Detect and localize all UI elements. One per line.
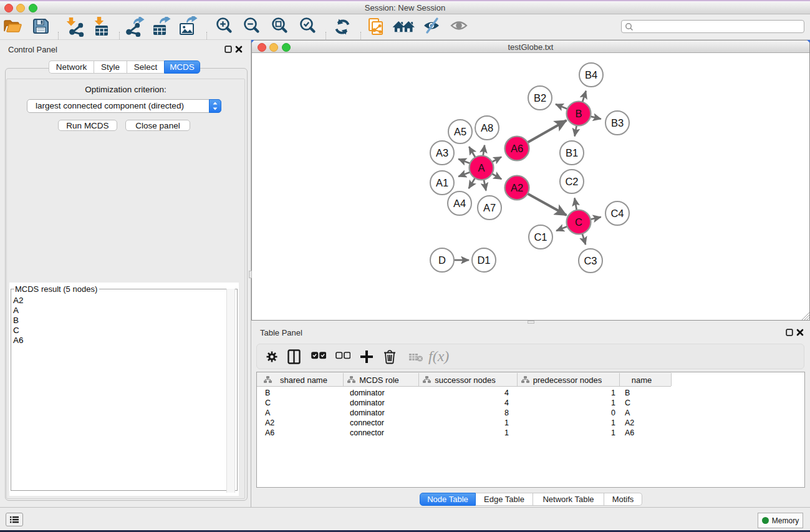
svg-text:C1: C1 [534,231,547,243]
svg-text:A8: A8 [481,122,493,133]
svg-text:B4: B4 [585,69,597,80]
svg-text:A5: A5 [454,126,466,137]
svg-text:B1: B1 [566,147,578,158]
svg-text:D1: D1 [477,254,490,266]
svg-text:A6: A6 [511,143,523,154]
svg-text:A1: A1 [436,177,448,188]
svg-text:A: A [478,162,485,173]
svg-text:C2: C2 [565,176,578,187]
svg-text:A2: A2 [511,182,523,193]
svg-text:B: B [575,108,582,119]
svg-text:A4: A4 [453,198,466,209]
svg-text:D: D [438,254,446,266]
svg-text:B3: B3 [611,117,624,128]
svg-text:A7: A7 [483,202,496,213]
svg-text:C3: C3 [584,255,597,266]
svg-text:C: C [575,216,582,228]
svg-text:A3: A3 [436,147,448,158]
svg-text:B2: B2 [534,92,546,104]
svg-text:C4: C4 [610,208,624,219]
